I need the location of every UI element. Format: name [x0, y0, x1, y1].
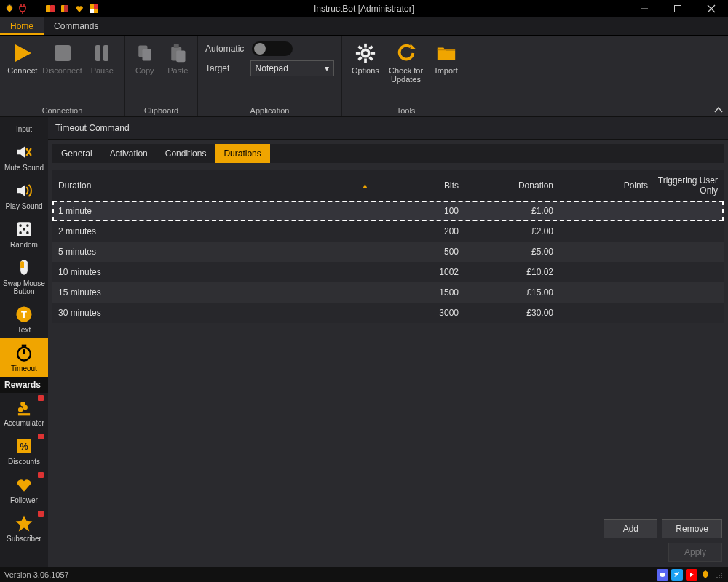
pause-button[interactable]: Pause [84, 39, 121, 78]
apply-button[interactable]: Apply [668, 543, 722, 562]
discord-icon[interactable] [657, 569, 668, 581]
folder-icon [435, 41, 458, 65]
titlebar-card-icons [28, 4, 99, 14]
refresh-icon [395, 41, 418, 65]
maximize-button[interactable] [661, 0, 695, 17]
titlebar: InstructBot [Administrator] [0, 0, 728, 17]
sidebar-item-mute-sound[interactable]: Mute Sound [0, 137, 48, 176]
close-button[interactable] [695, 0, 728, 17]
tab-durations[interactable]: Durations [215, 144, 269, 163]
svg-point-47 [721, 575, 722, 576]
sidebar-item-follower[interactable]: Follower [0, 470, 48, 509]
ribbon-collapse-button[interactable] [713, 105, 724, 115]
window-controls [628, 0, 728, 17]
svg-rect-18 [174, 44, 179, 48]
sidebar-item-label: Text [17, 326, 31, 334]
remove-button[interactable]: Remove [662, 519, 722, 538]
target-dropdown[interactable]: Notepad ▾ [250, 60, 334, 76]
cell-points [553, 267, 648, 277]
svg-line-28 [358, 57, 361, 60]
svg-rect-9 [675, 6, 681, 12]
sidebar: InputMute SoundPlay SoundRandomSwap Mous… [0, 117, 48, 567]
svg-point-48 [716, 577, 718, 578]
card-icon-4 [89, 4, 99, 14]
sidebar-item-play-sound[interactable]: Play Sound [0, 176, 48, 215]
disconnect-button[interactable]: Disconnect [44, 39, 82, 78]
svg-point-50 [721, 577, 722, 578]
main: InputMute SoundPlay SoundRandomSwap Mous… [0, 117, 728, 567]
pause-icon [90, 41, 114, 65]
card-icon-2 [60, 4, 70, 14]
cell-points [553, 308, 648, 318]
table-row[interactable]: 5 minutes500£5.00 [52, 242, 724, 262]
ribbon-group-label-application: Application [202, 105, 337, 115]
sidebar-item-timeout[interactable]: Timeout [0, 338, 48, 377]
connect-button[interactable]: Connect [4, 39, 41, 78]
cell-points [553, 226, 648, 236]
sidebar-item-text[interactable]: TText [0, 300, 48, 338]
svg-rect-7 [94, 9, 98, 13]
add-button[interactable]: Add [604, 519, 657, 538]
panel-title: Timeout Command [48, 117, 728, 140]
stop-icon [51, 41, 74, 65]
sidebar-item-swap-mouse-button[interactable]: Swap Mouse Button [0, 253, 48, 300]
cell-duration: 10 minutes [58, 267, 371, 277]
cell-triggering [648, 287, 718, 298]
svg-rect-5 [94, 4, 98, 9]
notification-dot [38, 511, 44, 517]
sidebar-item-label: Discounts [8, 458, 40, 466]
options-button[interactable]: Options [347, 39, 384, 78]
table-row[interactable]: 10 minutes1002£10.02 [52, 262, 724, 282]
import-button[interactable]: Import [427, 39, 465, 78]
table-row[interactable]: 1 minute100£1.00 [52, 201, 724, 221]
sidebar-item-label: Accumulator [4, 419, 44, 427]
table-row[interactable]: 2 minutes200£2.00 [52, 221, 724, 242]
sidebar-item-label: Input [16, 125, 32, 133]
tab-general[interactable]: General [52, 144, 101, 163]
menu-tab-commands[interactable]: Commands [44, 17, 108, 35]
col-header-bits[interactable]: Bits [371, 180, 459, 191]
card-icon-1 [45, 4, 55, 14]
sidebar-item-label: Follower [10, 496, 38, 504]
twitter-icon[interactable] [671, 569, 683, 581]
sidebar-item-discounts[interactable]: %Discounts [0, 431, 48, 470]
svg-rect-13 [95, 45, 100, 61]
resize-grip-icon[interactable] [713, 570, 724, 580]
col-header-donation[interactable]: Donation [459, 180, 553, 191]
sidebar-item-input[interactable]: Input [0, 117, 48, 137]
star-icon [14, 513, 34, 533]
youtube-icon[interactable] [686, 569, 697, 581]
svg-point-33 [19, 231, 22, 234]
svg-line-26 [369, 57, 372, 60]
col-header-triggering[interactable]: Triggering User Only [648, 175, 718, 196]
ribbon-group-tools: Options Check for Updates Import Tools [342, 36, 470, 116]
automatic-toggle[interactable] [252, 41, 293, 56]
cell-triggering [648, 226, 718, 236]
check-updates-button[interactable]: Check for Updates [387, 39, 425, 87]
copy-button[interactable]: Copy [130, 39, 160, 78]
sidebar-item-accumulator[interactable]: Accumulator [0, 393, 48, 431]
copy-icon [133, 41, 157, 65]
cell-duration: 30 minutes [58, 308, 371, 318]
mouse-icon [14, 258, 34, 278]
card-icon-3 [74, 4, 84, 14]
col-header-duration[interactable]: Duration ▲ [58, 180, 371, 191]
chevron-down-icon: ▾ [325, 63, 329, 73]
target-label: Target [205, 63, 245, 73]
sidebar-item-random[interactable]: Random [0, 215, 48, 253]
table-row[interactable]: 30 minutes3000£30.00 [52, 303, 724, 323]
col-header-points[interactable]: Points [553, 180, 648, 191]
minimize-button[interactable] [628, 0, 661, 17]
svg-point-49 [719, 577, 720, 578]
menu-tab-home[interactable]: Home [0, 17, 44, 35]
svg-rect-12 [55, 45, 71, 61]
tab-activation[interactable]: Activation [101, 144, 157, 163]
paste-button[interactable]: Paste [163, 39, 194, 78]
dice-icon [14, 219, 34, 239]
cell-duration: 15 minutes [58, 287, 371, 298]
sidebar-item-subscriber[interactable]: Subscriber [0, 509, 48, 547]
cell-donation: £1.00 [459, 206, 553, 216]
tab-conditions[interactable]: Conditions [157, 144, 215, 163]
table-row[interactable]: 15 minutes1500£15.00 [52, 282, 724, 303]
notification-dot [38, 395, 44, 401]
